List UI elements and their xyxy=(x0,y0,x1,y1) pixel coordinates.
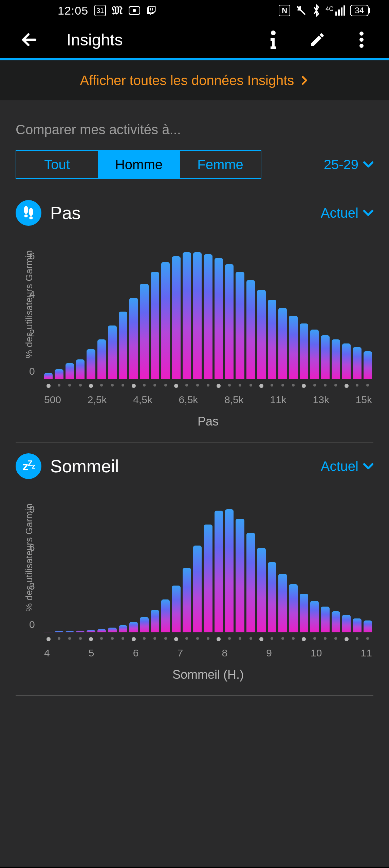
segment-all[interactable]: Tout xyxy=(16,151,98,178)
chart-bar xyxy=(342,615,351,632)
axis-dot xyxy=(342,384,351,388)
age-range-dropdown[interactable]: 25-29 xyxy=(324,157,373,172)
compare-label: Comparer mes activités à... xyxy=(16,122,373,137)
show-all-insights-button[interactable]: Afficher toutes les données Insights xyxy=(0,60,389,100)
steps-period-label: Actuel xyxy=(321,205,358,221)
chart-bar xyxy=(97,629,106,632)
chart-bar xyxy=(353,347,361,379)
axis-dot xyxy=(236,637,244,641)
chart-bar xyxy=(193,252,202,379)
chart-bar xyxy=(161,599,170,632)
sleep-title: Sommeil xyxy=(50,456,119,476)
chart-bar xyxy=(268,300,276,379)
x-tick: 11k xyxy=(270,394,286,406)
svg-point-4 xyxy=(359,38,364,42)
chart-bar xyxy=(246,533,255,632)
chart-bar xyxy=(129,298,138,379)
y-tick: 6 xyxy=(29,542,35,553)
axis-dot xyxy=(289,384,297,388)
chart-bar xyxy=(44,373,53,379)
chart-bar xyxy=(342,343,351,379)
chart-bar xyxy=(140,284,148,379)
axis-dot xyxy=(342,637,351,641)
axis-dot xyxy=(300,637,308,641)
chart-bar xyxy=(353,618,361,632)
chevron-right-icon xyxy=(300,76,309,85)
chart-bar xyxy=(278,574,287,632)
y-tick: 4 xyxy=(29,289,35,300)
edit-icon[interactable] xyxy=(309,31,326,48)
clock-time: 12:05 xyxy=(58,4,88,17)
axis-dot xyxy=(151,637,159,641)
axis-dot xyxy=(87,384,95,388)
svg-point-6 xyxy=(24,206,28,214)
chart-bar xyxy=(66,363,74,379)
x-tick: 2,5k xyxy=(88,394,107,406)
sleep-period-dropdown[interactable]: Actuel xyxy=(321,459,373,474)
axis-dot xyxy=(321,384,329,388)
chart-bar xyxy=(183,568,191,632)
axis-dot xyxy=(332,384,340,388)
y-tick: 3 xyxy=(29,580,35,592)
more-icon[interactable] xyxy=(353,31,370,48)
axis-dot xyxy=(300,384,308,388)
x-tick: 10 xyxy=(311,647,322,659)
axis-dot xyxy=(183,384,191,388)
axis-dot xyxy=(246,384,255,388)
chart-bar xyxy=(151,272,159,379)
axis-dot xyxy=(215,637,223,641)
svg-point-7 xyxy=(24,214,28,217)
nfc-icon: N xyxy=(279,5,290,16)
y-tick: 2 xyxy=(29,327,35,339)
steps-chart: % des utilisateurs Garmin 6 4 2 0 5002,5… xyxy=(16,250,373,429)
axis-dot xyxy=(87,637,95,641)
axis-dot xyxy=(215,384,223,388)
axis-dot xyxy=(140,384,148,388)
axis-dot xyxy=(76,637,85,641)
camera-icon xyxy=(129,6,140,15)
axis-dot xyxy=(151,384,159,388)
chart-bar xyxy=(151,610,159,632)
axis-dot xyxy=(161,637,170,641)
sleep-period-label: Actuel xyxy=(321,459,358,474)
divider xyxy=(16,695,373,696)
axis-dot xyxy=(172,384,180,388)
axis-dot xyxy=(364,637,372,641)
page-title: Insights xyxy=(67,31,123,49)
axis-dot xyxy=(268,384,276,388)
x-tick: 4,5k xyxy=(133,394,152,406)
steps-period-dropdown[interactable]: Actuel xyxy=(321,205,373,221)
back-button[interactable] xyxy=(19,29,39,50)
chart-bar xyxy=(204,254,212,379)
steps-title: Pas xyxy=(50,203,81,223)
chart-bar xyxy=(321,607,329,632)
chart-bar xyxy=(129,622,138,632)
svg-point-3 xyxy=(359,32,364,36)
axis-dot xyxy=(97,637,106,641)
x-tick: 5 xyxy=(89,647,94,659)
sleep-icon: zZz xyxy=(16,453,41,479)
axis-dot xyxy=(364,384,372,388)
axis-dot xyxy=(310,637,319,641)
segment-male[interactable]: Homme xyxy=(98,151,179,178)
x-tick: 11 xyxy=(361,647,372,659)
segment-female[interactable]: Femme xyxy=(179,151,261,178)
chart-bar xyxy=(236,272,244,379)
axis-dot xyxy=(225,384,234,388)
axis-dot xyxy=(119,384,127,388)
axis-dot xyxy=(353,384,361,388)
gender-segmented-control: Tout Homme Femme xyxy=(16,150,261,179)
chevron-down-icon xyxy=(363,461,373,471)
x-tick: 500 xyxy=(44,394,61,406)
steps-x-label: Pas xyxy=(43,414,373,429)
twitch-icon xyxy=(146,5,156,16)
axis-dot xyxy=(129,637,138,641)
axis-dot xyxy=(140,637,148,641)
svg-point-2 xyxy=(271,31,276,35)
info-icon[interactable] xyxy=(265,31,282,48)
axis-dot xyxy=(119,637,127,641)
chart-bar xyxy=(66,631,74,632)
chart-bar xyxy=(183,252,191,379)
chart-bar xyxy=(310,601,319,632)
svg-point-1 xyxy=(133,9,136,12)
